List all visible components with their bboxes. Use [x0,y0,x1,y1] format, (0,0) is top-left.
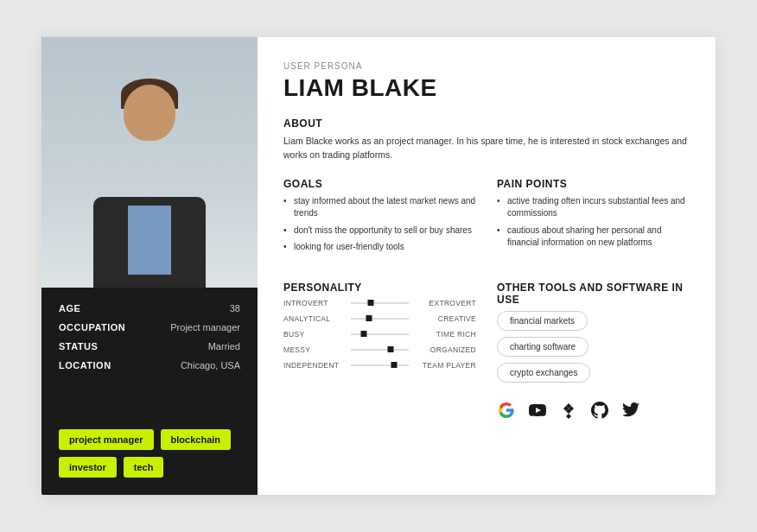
dot-busy [360,331,366,337]
label-organized: ORGANIZED [414,345,476,354]
person-photo [41,37,258,288]
label-busy: BUSY [283,330,346,339]
left-panel: AGE 38 OCCUPATION Project manager STATUS… [41,37,258,495]
track-busy [351,333,409,335]
personality-independent-row: INDEPENDENT TEAM PLAYER [283,361,476,370]
personality-title: PERSONALITY [283,282,476,294]
track-messy [351,349,409,351]
tools-section: OTHER TOOLS AND SOFTWARE IN USE financia… [497,282,690,420]
personality-section: PERSONALITY INTROVERT EXTROVERT ANALYTIC… [283,282,476,420]
label-introvert: INTROVERT [283,299,346,307]
persona-label: USER PERSONA [283,61,690,71]
bottom-grid: PERSONALITY INTROVERT EXTROVERT ANALYTIC… [283,282,690,420]
goal-1: stay informed about the latest market ne… [283,195,476,220]
tag-blockchain[interactable]: blockchain [161,429,231,450]
persona-name: LIAM BLAKE [283,74,690,102]
status-value: Married [208,341,240,352]
pain-points-title: PAIN POINTS [497,178,690,190]
occupation-label: OCCUPATION [59,322,125,332]
location-label: LOCATION [59,360,111,370]
github-icon[interactable] [590,401,609,420]
location-value: Chicago, USA [181,360,240,370]
label-creative: CREATIVE [414,314,476,323]
age-row: AGE 38 [59,303,240,314]
tool-crypto-exchanges[interactable]: crypto exchanges [497,363,590,383]
youtube-icon[interactable] [528,401,547,420]
age-label: AGE [59,303,80,314]
track-introvert [351,302,409,304]
personality-messy-row: MESSY ORGANIZED [283,345,476,354]
persona-card: AGE 38 OCCUPATION Project manager STATUS… [41,37,716,495]
pain-points-section: PAIN POINTS active trading often incurs … [497,178,690,268]
goals-section: GOALS stay informed about the latest mar… [283,178,476,268]
personality-busy-row: BUSY TIME RICH [283,330,476,339]
head-shape [124,85,175,141]
age-value: 38 [230,303,240,314]
goals-list: stay informed about the latest market ne… [283,195,476,254]
label-analytical: ANALYTICAL [283,314,346,323]
dot-messy [387,346,393,352]
tag-project-manager[interactable]: project manager [59,429,154,450]
tag-tech[interactable]: tech [124,457,164,478]
occupation-value: Project manager [170,322,240,332]
tags-section: project manager blockchain investor tech [41,419,258,495]
location-row: LOCATION Chicago, USA [59,360,240,370]
binance-icon[interactable] [559,401,578,420]
track-analytical [351,318,409,320]
occupation-row: OCCUPATION Project manager [59,322,240,332]
shirt-shape [128,206,171,275]
pain-points-list: active trading often incurs substantial … [497,195,690,250]
twitter-icon[interactable] [621,401,640,420]
dot-analytical [366,315,372,321]
label-time-rich: TIME RICH [414,330,476,339]
goal-3: looking for user-friendly tools [283,241,476,254]
personality-introvert-row: INTROVERT EXTROVERT [283,299,476,307]
goal-2: don't miss the opportunity to sell or bu… [283,225,476,238]
tool-financial-markets[interactable]: financial markets [497,311,588,331]
content-grid: GOALS stay informed about the latest mar… [283,178,690,268]
photo-area [41,37,258,288]
right-panel: USER PERSONA LIAM BLAKE ABOUT Liam Black… [258,37,716,495]
status-row: STATUS Married [59,341,240,352]
label-team-player: TEAM PLAYER [414,361,476,370]
about-text: Liam Blacke works as an project manager.… [283,135,690,162]
tool-charting-software[interactable]: charting software [497,337,588,357]
track-independent [351,364,409,366]
about-title: ABOUT [283,117,690,130]
pain-2: cautious about sharing her personal and … [497,225,690,250]
info-section: AGE 38 OCCUPATION Project manager STATUS… [41,288,258,419]
personality-analytical-row: ANALYTICAL CREATIVE [283,314,476,323]
tools-title: OTHER TOOLS AND SOFTWARE IN USE [497,282,690,306]
label-independent: INDEPENDENT [283,361,346,370]
pain-1: active trading often incurs substantial … [497,195,690,220]
dot-introvert [368,300,374,306]
goals-title: GOALS [283,178,476,190]
tag-investor[interactable]: investor [59,457,117,478]
tool-tags: financial markets charting software cryp… [497,311,690,389]
google-icon[interactable] [497,401,516,420]
dot-independent [391,362,398,368]
label-messy: MESSY [283,345,346,354]
label-extrovert: EXTROVERT [414,299,476,307]
status-label: STATUS [59,341,98,352]
social-icons [497,401,690,420]
svg-marker-4 [566,414,571,419]
